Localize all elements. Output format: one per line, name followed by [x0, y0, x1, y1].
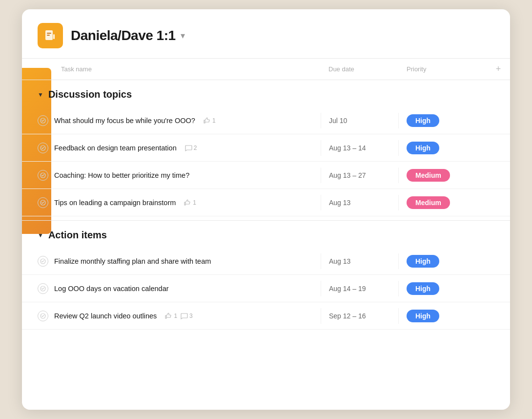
task-checkbox[interactable] — [38, 283, 48, 294]
task-checkbox[interactable] — [38, 256, 48, 267]
task-priority-cell[interactable]: Medium — [399, 165, 487, 186]
task-name-text: Feedback on design team presentation — [54, 144, 177, 152]
task-name-text: Review Q2 launch video outlines — [54, 312, 157, 320]
task-due-date: Jul 10 — [321, 113, 399, 128]
priority-badge[interactable]: High — [407, 114, 439, 127]
task-name-text: Log OOO days on vacation calendar — [54, 285, 169, 293]
collapse-icon[interactable]: ▼ — [38, 232, 43, 239]
task-checkbox[interactable] — [38, 143, 48, 153]
svg-rect-2 — [47, 35, 50, 36]
task-meta: 2 — [184, 144, 197, 152]
task-name-cell: What should my focus be while you're OOO… — [22, 111, 321, 130]
svg-rect-1 — [47, 33, 51, 34]
table-row: Finalize monthly staffing plan and share… — [22, 248, 510, 275]
table-row: Coaching: How to better prioritize my ti… — [22, 162, 510, 189]
task-due-date: Aug 13 – 27 — [321, 168, 399, 183]
thumbs-up-icon[interactable]: 1 — [203, 117, 216, 125]
section-title-discussion-topics: Discussion topics — [48, 89, 132, 100]
task-name-cell: Log OOO days on vacation calendar — [22, 279, 321, 298]
task-name-cell: Feedback on design team presentation 2 — [22, 139, 321, 157]
priority-badge[interactable]: High — [407, 255, 439, 268]
section-title-action-items: Action items — [48, 230, 107, 241]
task-meta: 1 — [184, 199, 196, 207]
task-name-text: Finalize monthly staffing plan and share… — [54, 257, 211, 265]
thumbs-up-icon[interactable]: 1 — [164, 312, 177, 320]
task-due-date: Aug 13 – 14 — [321, 140, 399, 156]
task-due-date: Aug 13 — [321, 253, 399, 269]
task-checkbox[interactable] — [38, 311, 48, 321]
priority-badge[interactable]: Medium — [407, 196, 450, 209]
task-priority-cell[interactable]: High — [399, 138, 487, 158]
table-wrapper: Task name Due date Priority + ▼ Discussi… — [22, 58, 510, 330]
task-checkbox[interactable] — [38, 115, 48, 126]
svg-rect-3 — [53, 34, 55, 39]
doc-icon — [38, 23, 63, 48]
comment-icon[interactable]: 3 — [180, 312, 193, 320]
task-priority-cell[interactable]: Medium — [399, 192, 487, 213]
page-title: Daniela/Dave 1:1 — [71, 28, 176, 43]
task-name-cell: Tips on leading a campaign brainstorm 1 — [22, 193, 321, 212]
table-row: Tips on leading a campaign brainstorm 1 … — [22, 189, 510, 216]
task-name-text: Coaching: How to better prioritize my ti… — [54, 171, 189, 179]
task-meta: 1 — [203, 117, 216, 125]
main-card: Daniela/Dave 1:1 ▾ Task name Due date Pr… — [22, 9, 510, 410]
task-checkbox[interactable] — [38, 170, 48, 181]
sections-container: ▼ Discussion topics What should my focus… — [22, 80, 510, 330]
task-name-text: Tips on leading a campaign brainstorm — [54, 199, 176, 207]
task-priority-cell[interactable]: High — [399, 306, 487, 326]
task-due-date: Sep 12 – 16 — [321, 308, 399, 324]
task-due-date: Aug 13 — [321, 195, 399, 210]
table-row: Review Q2 launch video outlines 1 3 Sep … — [22, 302, 510, 330]
table-row: What should my focus be while you're OOO… — [22, 107, 510, 134]
collapse-icon[interactable]: ▼ — [38, 91, 43, 98]
task-priority-cell[interactable]: High — [399, 278, 487, 299]
chevron-down-icon[interactable]: ▾ — [181, 30, 185, 41]
comment-icon[interactable]: 2 — [184, 144, 197, 152]
priority-badge[interactable]: Medium — [407, 169, 450, 182]
task-name-text: What should my focus be while you're OOO… — [54, 117, 195, 125]
col-priority: Priority — [399, 63, 487, 75]
thumbs-up-icon[interactable]: 1 — [184, 199, 196, 207]
priority-badge[interactable]: High — [407, 142, 439, 154]
table-header: Task name Due date Priority + — [22, 58, 510, 80]
task-priority-cell[interactable]: High — [399, 110, 487, 131]
priority-badge[interactable]: High — [407, 310, 439, 322]
task-checkbox[interactable] — [38, 197, 48, 208]
section-header-discussion-topics[interactable]: ▼ Discussion topics — [22, 80, 510, 107]
priority-badge[interactable]: High — [407, 282, 439, 295]
table-row: Feedback on design team presentation 2 A… — [22, 134, 510, 162]
task-name-cell: Finalize monthly staffing plan and share… — [22, 252, 321, 271]
task-name-cell: Review Q2 launch video outlines 1 3 — [22, 307, 321, 325]
add-column-button[interactable]: + — [487, 63, 510, 75]
title-row: Daniela/Dave 1:1 ▾ — [71, 28, 185, 43]
task-due-date: Aug 14 – 19 — [321, 281, 399, 296]
task-priority-cell[interactable]: High — [399, 251, 487, 272]
col-due-date: Due date — [321, 63, 399, 75]
task-meta: 1 3 — [164, 312, 192, 320]
task-name-cell: Coaching: How to better prioritize my ti… — [22, 166, 321, 185]
header: Daniela/Dave 1:1 ▾ — [22, 9, 510, 58]
section-header-action-items[interactable]: ▼ Action items — [22, 221, 510, 248]
table-row: Log OOO days on vacation calendar Aug 14… — [22, 275, 510, 302]
col-task-name: Task name — [22, 63, 321, 75]
